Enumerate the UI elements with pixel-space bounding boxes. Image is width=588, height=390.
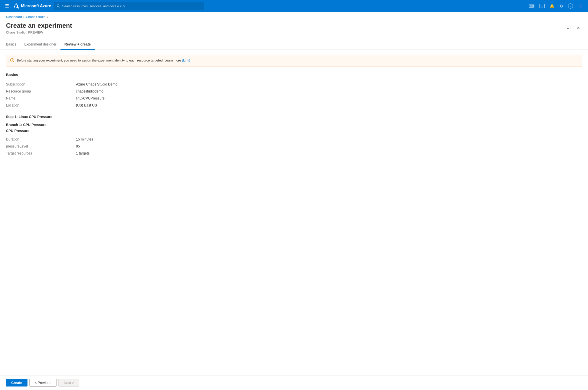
svg-line-1: [59, 6, 60, 8]
tab-basics[interactable]: Basics: [6, 40, 20, 50]
resource-group-label: Resource group: [6, 88, 76, 95]
subscription-value: Azure Chaos Studio Demo: [76, 81, 582, 88]
settings-button[interactable]: ⚙: [558, 2, 565, 10]
info-banner: Before starting your experiment, you nee…: [6, 55, 582, 66]
target-resources-value: 1 targets: [76, 150, 582, 157]
close-button[interactable]: ×: [575, 24, 582, 32]
azure-logo-text: Microsoft Azure: [21, 4, 51, 8]
content-area: Before starting your experiment, you nee…: [0, 50, 588, 375]
tabs: Basics Experiment designer Review + crea…: [0, 37, 588, 50]
account-button[interactable]: 👤: [576, 2, 585, 10]
search-input[interactable]: [62, 4, 201, 8]
page-header-actions: ··· ×: [565, 24, 582, 32]
cloud-shell-button[interactable]: ⌨: [527, 2, 537, 10]
fault-detail-grid: Duration 15 minutes pressureLevel 95 Tar…: [6, 136, 582, 157]
terminal-icon: ⌨: [529, 4, 535, 8]
page-title: Create an experiment: [6, 22, 562, 30]
help-icon: ?: [568, 4, 573, 8]
azure-logo[interactable]: Microsoft Azure: [14, 4, 51, 8]
breadcrumb-separator-1: ›: [23, 15, 24, 19]
notifications-button[interactable]: 🔔: [548, 2, 557, 10]
hamburger-button[interactable]: ☰: [3, 2, 11, 10]
basics-detail-grid: Subscription Azure Chaos Studio Demo Res…: [6, 81, 582, 109]
ellipsis-button[interactable]: ···: [565, 24, 573, 32]
directory-icon: ⊟: [540, 4, 545, 8]
step-section-title: Step 1: Linux CPU Pressure: [6, 115, 582, 119]
learn-more-link[interactable]: (Link): [182, 58, 190, 62]
pressure-level-value: 95: [76, 143, 582, 150]
hamburger-icon: ☰: [5, 4, 9, 8]
breadcrumb-separator-2: ›: [47, 15, 48, 19]
name-label: Name: [6, 95, 76, 102]
fault-section-title: CPU Pressure: [6, 129, 582, 133]
search-bar[interactable]: [54, 2, 204, 10]
duration-label: Duration: [6, 136, 76, 143]
resource-group-value: chaosstudiodemo: [76, 88, 582, 95]
svg-point-4: [12, 59, 12, 60]
target-resources-label: Target resources: [6, 150, 76, 157]
name-value: linuxCPUPressure: [76, 95, 582, 102]
bell-icon: 🔔: [550, 4, 555, 8]
footer: Create < Previous Next >: [0, 375, 588, 390]
directory-button[interactable]: ⊟: [538, 2, 547, 10]
tab-review-create[interactable]: Review + create: [60, 40, 95, 50]
tab-experiment-designer[interactable]: Experiment designer: [20, 40, 60, 50]
breadcrumb: Dashboard › Chaos Studio ›: [0, 12, 588, 20]
location-value: (US) East US: [76, 102, 582, 109]
duration-value: 15 minutes: [76, 136, 582, 143]
breadcrumb-dashboard[interactable]: Dashboard: [6, 15, 22, 19]
page-subtitle: Chaos Studio | PREVIEW: [6, 30, 562, 34]
info-icon: [10, 58, 14, 63]
search-icon: [57, 4, 60, 8]
azure-logo-icon: [14, 4, 19, 8]
page-title-block: Create an experiment Chaos Studio | PREV…: [6, 22, 562, 34]
gear-icon: ⚙: [560, 4, 563, 8]
basics-section-title: Basics: [6, 72, 582, 77]
location-label: Location: [6, 102, 76, 109]
main-wrapper: Dashboard › Chaos Studio › Create an exp…: [0, 12, 588, 390]
subscription-label: Subscription: [6, 81, 76, 88]
branch-section-title: Branch 1: CPU Pressure: [6, 123, 582, 127]
pressure-level-label: pressureLevel: [6, 143, 76, 150]
info-banner-text: Before starting your experiment, you nee…: [17, 58, 190, 63]
previous-button[interactable]: < Previous: [29, 379, 57, 386]
create-button[interactable]: Create: [6, 379, 27, 386]
info-circle-icon: [10, 58, 14, 62]
help-button[interactable]: ?: [566, 2, 575, 10]
breadcrumb-chaos-studio[interactable]: Chaos Studio: [26, 15, 45, 19]
page-header: Create an experiment Chaos Studio | PREV…: [0, 20, 588, 34]
account-icon: 👤: [578, 4, 583, 8]
topbar: ☰ Microsoft Azure ⌨ ⊟ 🔔 ⚙ ? 👤: [0, 0, 588, 12]
next-button: Next >: [58, 379, 79, 386]
topbar-action-icons: ⌨ ⊟ 🔔 ⚙ ? 👤: [527, 2, 585, 10]
